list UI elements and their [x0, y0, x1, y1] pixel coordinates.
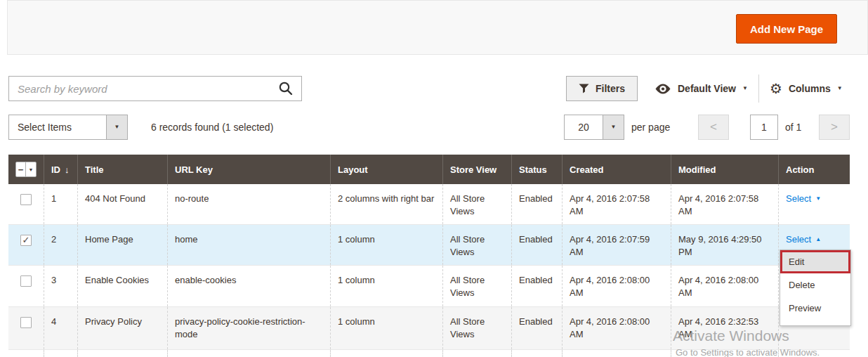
chevron-down-icon: ▼ [742, 86, 748, 91]
header-modified[interactable]: Modified [671, 155, 778, 184]
filters-label: Filters [596, 83, 625, 94]
per-page-caret: ▼ [603, 115, 624, 139]
check-icon: ✓ [22, 234, 30, 247]
cell-layout: 1 column [330, 266, 442, 306]
grid-header-row: − ▼ ID ↓ Title URL Key Layout Store View… [8, 155, 850, 184]
cell-store-view: All Store Views [442, 184, 511, 224]
cell-created: Apr 4, 2016 2:08:00 AM [562, 307, 671, 349]
cell-modified: Apr 4, 2016 2:32:53 AM [671, 307, 778, 349]
cell-url-key: enable-cookies [167, 266, 330, 306]
cell-created: Apr 4, 2016 2:08:00 AM [562, 266, 671, 306]
view-label: Default View [678, 83, 736, 94]
row-checkbox[interactable] [20, 194, 32, 205]
cell-title: Home Page [77, 225, 167, 265]
per-page-label: per page [631, 115, 670, 140]
cell-modified: May 9, 2016 4:29:50 PM [671, 225, 778, 265]
row-select-action-open[interactable]: Select ▲ [786, 233, 821, 246]
table-row: 3 Enable Cookies enable-cookies 1 column… [8, 266, 850, 307]
keyword-search [8, 76, 302, 101]
cell-status: Enabled [511, 307, 562, 349]
table-row: 1 404 Not Found no-route 2 columns with … [8, 184, 850, 225]
header-id-label: ID [51, 164, 60, 175]
row-action-menu: Edit Delete Preview [780, 249, 851, 326]
cell-modified: Apr 4, 2016 2:08:00 AM [671, 266, 778, 306]
select-all-caret: ▼ [25, 162, 36, 176]
header-id[interactable]: ID ↓ [44, 155, 77, 184]
header-status[interactable]: Status [511, 155, 562, 184]
header-url-key[interactable]: URL Key [167, 155, 330, 184]
chevron-down-icon: ▼ [815, 196, 821, 202]
cell-status: Enabled [511, 184, 562, 224]
page-header-band: Add New Page [7, 0, 868, 55]
cell-status: Enabled [511, 266, 562, 306]
cell-id: 3 [44, 266, 77, 306]
table-row: 4 Privacy Policy privacy-policy-cookie-r… [8, 307, 850, 350]
default-view-dropdown[interactable]: Default View ▼ [655, 76, 748, 101]
cell-layout: 1 column [330, 225, 442, 265]
filters-button[interactable]: Filters [566, 76, 638, 101]
columns-dropdown[interactable]: ⚙ Columns ▼ [770, 76, 843, 101]
row-checkbox-checked[interactable]: ✓ [20, 235, 32, 246]
cell-url-key: no-route [167, 184, 330, 224]
row-checkbox[interactable] [20, 275, 32, 287]
chevron-down-icon: ▼ [611, 124, 617, 130]
menu-item-delete[interactable]: Delete [780, 273, 850, 297]
cell-status: Enabled [511, 225, 562, 265]
header-layout[interactable]: Layout [330, 155, 442, 184]
toolbar-divider [758, 74, 759, 103]
cell-created: Apr 4, 2016 2:07:59 AM [562, 225, 671, 265]
row-checkbox[interactable] [20, 317, 32, 328]
chevron-up-icon: ▲ [815, 237, 821, 242]
mass-action-caret: ▼ [106, 115, 127, 139]
chevron-down-icon: ▼ [114, 124, 120, 130]
header-store-view[interactable]: Store View [442, 155, 511, 184]
table-row-partial [8, 350, 850, 357]
cell-modified: Apr 4, 2016 2:07:58 AM [671, 184, 778, 224]
search-input[interactable] [8, 76, 302, 101]
next-page-button[interactable]: > [819, 115, 850, 140]
cell-created: Apr 4, 2016 2:07:58 AM [562, 184, 671, 224]
indeterminate-checkbox-icon: − [16, 162, 25, 176]
cell-layout: 1 column [330, 307, 442, 349]
menu-item-edit[interactable]: Edit [780, 250, 850, 273]
cell-url-key: home [167, 225, 330, 265]
mass-action-dropdown[interactable]: Select Items ▼ [8, 115, 128, 140]
cell-id: 2 [44, 225, 77, 265]
page-count-label: of 1 [785, 115, 801, 140]
eye-icon [655, 84, 671, 94]
chevron-down-icon: ▼ [29, 167, 34, 172]
previous-page-button[interactable]: < [698, 115, 729, 140]
search-icon[interactable] [278, 81, 294, 96]
current-page-input[interactable] [750, 115, 778, 140]
chevron-down-icon: ▼ [837, 86, 843, 91]
records-summary: 6 records found (1 selected) [151, 115, 273, 140]
row-select-action[interactable]: Select ▼ [786, 193, 821, 205]
cell-title: 404 Not Found [77, 184, 167, 224]
columns-label: Columns [789, 83, 831, 94]
cell-title: Enable Cookies [77, 266, 167, 306]
cell-store-view: All Store Views [442, 225, 511, 265]
header-title[interactable]: Title [77, 155, 167, 184]
mass-action-label: Select Items [9, 115, 106, 139]
select-all-dropdown[interactable]: − ▼ [15, 162, 37, 177]
cms-pages-grid: − ▼ ID ↓ Title URL Key Layout Store View… [8, 155, 850, 357]
sort-desc-icon: ↓ [65, 164, 70, 175]
per-page-dropdown[interactable]: 20 ▼ [564, 115, 624, 140]
header-created[interactable]: Created [562, 155, 671, 184]
filter-icon [579, 84, 589, 93]
per-page-value: 20 [565, 115, 603, 139]
cell-layout: 2 columns with right bar [330, 184, 442, 224]
table-row-selected: ✓ 2 Home Page home 1 column All Store Vi… [8, 225, 850, 266]
cell-id: 4 [44, 307, 77, 349]
select-label: Select [786, 233, 811, 246]
cell-id: 1 [44, 184, 77, 224]
header-action[interactable]: Action [778, 155, 850, 184]
gear-icon: ⚙ [770, 82, 782, 96]
add-new-page-button[interactable]: Add New Page [736, 14, 837, 44]
select-all-header: − ▼ [8, 155, 44, 184]
select-label: Select [786, 193, 811, 205]
cell-store-view: All Store Views [442, 307, 511, 349]
menu-item-preview[interactable]: Preview [780, 297, 850, 320]
cell-title: Privacy Policy [77, 307, 167, 349]
cell-url-key: privacy-policy-cookie-restriction-mode [167, 307, 330, 349]
